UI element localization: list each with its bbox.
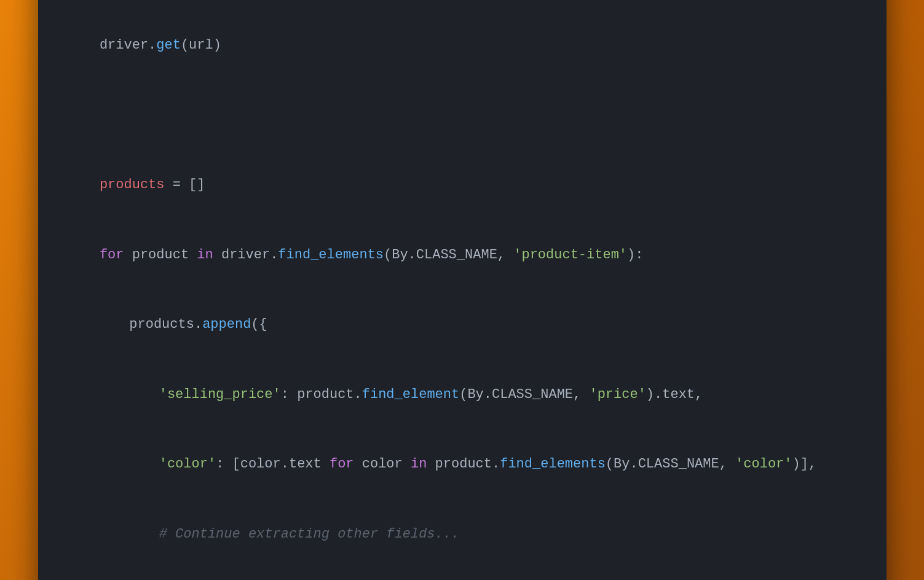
- line-15: # Continue extracting other fields...: [70, 523, 855, 546]
- line-14: 'color': [color.text for color in produc…: [70, 453, 855, 476]
- line-12: products.append({: [70, 313, 855, 336]
- line-8: driver.get(url): [70, 34, 855, 57]
- code-window: from selenium import webdriver from sele…: [38, 0, 886, 580]
- code-block: from selenium import webdriver from sele…: [70, 0, 855, 580]
- line-9: [70, 104, 855, 127]
- line-13: 'selling_price': product.find_element(By…: [70, 383, 855, 407]
- line-10: products = []: [70, 173, 855, 197]
- line-11: for product in driver.find_elements(By.C…: [70, 244, 855, 267]
